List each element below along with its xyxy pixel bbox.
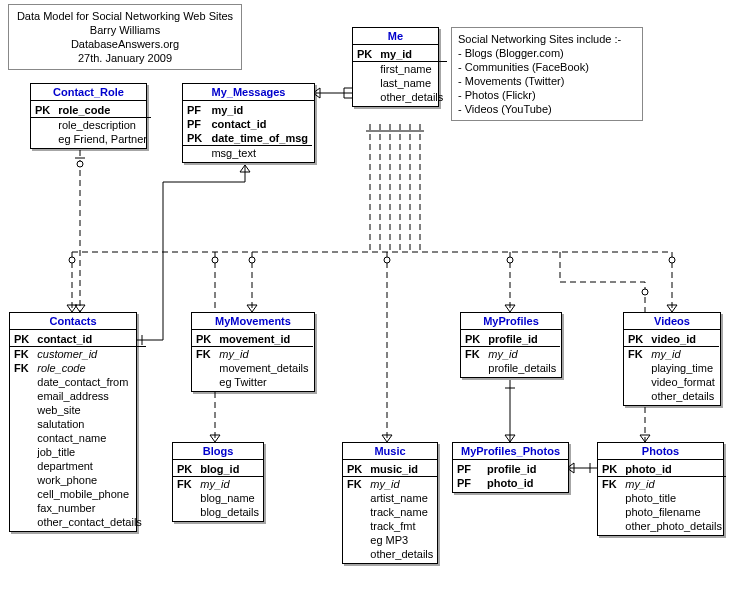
- title-line1: Data Model for Social Networking Web Sit…: [15, 9, 235, 23]
- key-indicator: [624, 361, 647, 375]
- svg-line-32: [215, 435, 220, 442]
- attribute-name: msg_text: [207, 146, 312, 160]
- entity-photos: PhotosPKphoto_idFKmy_idphoto_titlephoto_…: [597, 442, 724, 536]
- info-note: Social Networking Sites include :- - Blo…: [451, 27, 643, 121]
- svg-line-62: [510, 435, 515, 442]
- attribute-name: my_id: [207, 103, 312, 117]
- entity-contact-role: Contact_RolePKrole_coderole_descriptione…: [30, 83, 147, 149]
- key-indicator: PK: [598, 462, 621, 477]
- entity-title: My_Messages: [183, 84, 314, 101]
- svg-line-14: [240, 165, 245, 172]
- attribute-name: photo_id: [483, 476, 566, 490]
- attribute-name: blog_name: [196, 491, 263, 505]
- entity-title: MyProfiles: [461, 313, 561, 330]
- info-line4: - Movements (Twitter): [458, 74, 636, 88]
- key-indicator: [31, 118, 54, 132]
- attribute-name: photo_filename: [621, 505, 726, 519]
- attribute-name: department: [33, 459, 146, 473]
- svg-line-15: [245, 165, 250, 172]
- key-indicator: [31, 132, 54, 146]
- key-indicator: FK: [10, 347, 33, 361]
- attribute-name: my_id: [484, 347, 560, 361]
- key-indicator: FK: [10, 361, 33, 375]
- attribute-name: role_description: [54, 118, 151, 132]
- svg-point-34: [212, 257, 218, 263]
- key-indicator: [598, 505, 621, 519]
- svg-line-51: [667, 305, 672, 312]
- key-indicator: FK: [461, 347, 484, 361]
- svg-line-55: [640, 435, 645, 442]
- svg-point-58: [642, 289, 648, 295]
- key-indicator: FK: [624, 347, 647, 361]
- key-indicator: [192, 375, 215, 389]
- attribute-name: eg Friend, Partner: [54, 132, 151, 146]
- key-indicator: FK: [192, 347, 215, 361]
- svg-line-36: [247, 305, 252, 312]
- entity-title: Contacts: [10, 313, 136, 330]
- key-indicator: [183, 146, 207, 160]
- attribute-name: movement_details: [215, 361, 312, 375]
- attribute-name: eg Twitter: [215, 375, 312, 389]
- key-indicator: [624, 389, 647, 403]
- key-indicator: [10, 487, 33, 501]
- attribute-name: video_format: [647, 375, 719, 389]
- attribute-name: work_phone: [33, 473, 146, 487]
- attribute-name: my_id: [376, 47, 447, 62]
- attribute-name: customer_id: [33, 347, 146, 361]
- svg-line-27: [72, 305, 77, 312]
- key-indicator: PK: [192, 332, 215, 347]
- attribute-name: email_address: [33, 389, 146, 403]
- key-indicator: PK: [343, 462, 366, 477]
- svg-line-47: [510, 305, 515, 312]
- info-line5: - Photos (Flickr): [458, 88, 636, 102]
- attribute-name: my_id: [647, 347, 719, 361]
- key-indicator: [353, 62, 376, 76]
- attribute-name: eg MP3: [366, 533, 437, 547]
- entity-videos: VideosPKvideo_idFKmy_idplaying_timevideo…: [623, 312, 721, 406]
- key-indicator: PK: [183, 131, 207, 146]
- key-indicator: [343, 547, 366, 561]
- key-indicator: PK: [31, 103, 54, 118]
- title-line3: DatabaseAnswers.org: [15, 37, 235, 51]
- svg-line-42: [387, 435, 392, 442]
- attribute-name: music_id: [366, 462, 437, 477]
- attribute-name: my_id: [196, 477, 263, 491]
- key-indicator: [10, 459, 33, 473]
- key-indicator: FK: [343, 477, 366, 491]
- attribute-name: job_title: [33, 445, 146, 459]
- entity-title: Music: [343, 443, 437, 460]
- attribute-name: other_details: [366, 547, 437, 561]
- svg-line-11: [80, 305, 85, 312]
- entity-my-messages: My_MessagesPFmy_idPFcontact_idPKdate_tim…: [182, 83, 315, 163]
- attribute-name: first_name: [376, 62, 447, 76]
- key-indicator: [10, 375, 33, 389]
- entity-my-movements: MyMovementsPKmovement_idFKmy_idmovement_…: [191, 312, 315, 392]
- key-indicator: PF: [453, 476, 483, 490]
- info-line1: Social Networking Sites include :-: [458, 32, 636, 46]
- key-indicator: PK: [461, 332, 484, 347]
- key-indicator: [10, 445, 33, 459]
- entity-my-profiles-photos: MyProfiles_PhotosPFprofile_idPFphoto_id: [452, 442, 569, 493]
- svg-line-31: [210, 435, 215, 442]
- attribute-name: role_code: [54, 103, 151, 118]
- attribute-name: role_code: [33, 361, 146, 375]
- attribute-name: movement_id: [215, 332, 312, 347]
- attribute-name: other_photo_details: [621, 519, 726, 533]
- title-note: Data Model for Social Networking Web Sit…: [8, 4, 242, 70]
- key-indicator: [353, 76, 376, 90]
- key-indicator: [10, 501, 33, 515]
- key-indicator: [10, 389, 33, 403]
- key-indicator: PK: [624, 332, 647, 347]
- entity-my-profiles: MyProfilesPKprofile_idFKmy_idprofile_det…: [460, 312, 562, 378]
- attribute-name: my_id: [621, 477, 726, 491]
- key-indicator: [10, 473, 33, 487]
- entity-title: Blogs: [173, 443, 263, 460]
- title-line2: Barry Williams: [15, 23, 235, 37]
- svg-line-46: [505, 305, 510, 312]
- attribute-name: my_id: [366, 477, 437, 491]
- attribute-name: web_site: [33, 403, 146, 417]
- svg-line-37: [252, 305, 257, 312]
- key-indicator: PK: [10, 332, 33, 347]
- attribute-name: my_id: [215, 347, 312, 361]
- attribute-name: profile_id: [483, 462, 566, 476]
